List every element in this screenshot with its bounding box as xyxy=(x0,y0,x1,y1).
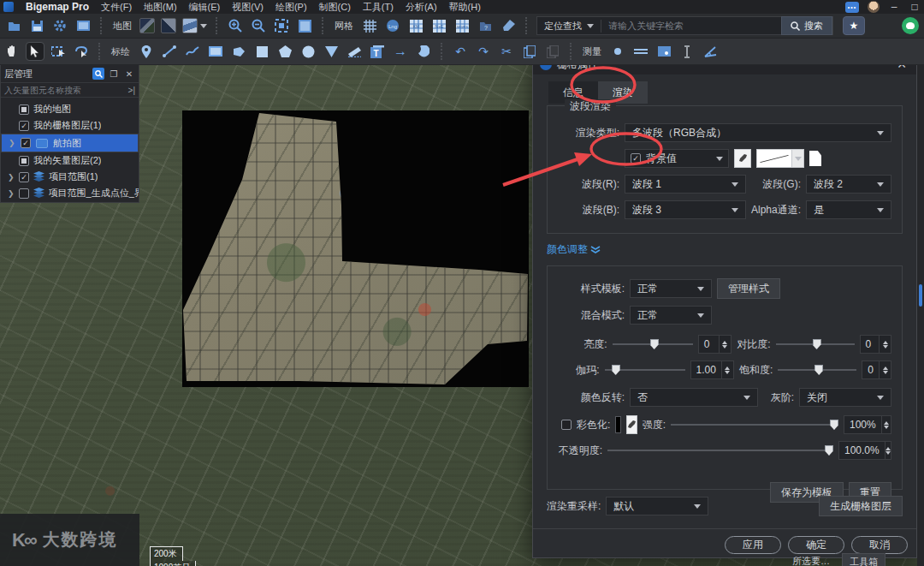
image-frame-icon[interactable] xyxy=(74,17,92,34)
rect-select-icon[interactable] xyxy=(50,43,67,60)
tree-item-project-scope[interactable]: ❯ ✓ 项目范围(1) xyxy=(1,169,139,185)
draw-triangle-icon[interactable] xyxy=(323,43,340,60)
checkbox-checked[interactable]: ✓ xyxy=(19,172,29,182)
right-dock-strip[interactable] xyxy=(917,65,924,566)
panel-float-icon[interactable]: ❐ xyxy=(108,68,120,80)
colorize-checkbox[interactable] xyxy=(561,420,572,430)
contrast-spinner[interactable]: 0 xyxy=(860,335,891,354)
checkbox-checked[interactable]: ✓ xyxy=(19,121,29,131)
chat-icon[interactable]: ••• xyxy=(845,2,859,13)
copy-icon[interactable] xyxy=(521,43,538,60)
expand-arrow-icon[interactable]: ❯ xyxy=(8,189,15,198)
measure-area-icon[interactable] xyxy=(655,43,672,60)
checkbox-checked[interactable]: ✓ xyxy=(21,138,31,148)
menu-map[interactable]: 地图(M) xyxy=(144,1,177,14)
gamma-spinner[interactable]: 1.00 xyxy=(690,360,734,379)
toolbox-tab[interactable]: 工具箱 xyxy=(842,553,886,566)
grayscale-select[interactable]: 关闭 xyxy=(799,388,891,407)
background-value-combo[interactable]: ✓ 背景值 xyxy=(625,149,729,168)
tree-item-vector-group[interactable]: 我的矢量图层(2) xyxy=(1,152,139,169)
save-icon[interactable] xyxy=(28,17,45,34)
menu-edit[interactable]: 编辑(E) xyxy=(189,1,221,14)
tree-item-my-map[interactable]: 我的地图 xyxy=(1,101,139,117)
menu-cartography[interactable]: 制图(C) xyxy=(319,1,351,14)
expand-arrow-icon[interactable]: ❯ xyxy=(9,139,15,147)
band-g-select[interactable]: 波段 2 xyxy=(806,175,891,194)
draw-crescent-icon[interactable] xyxy=(415,43,432,60)
draw-text-icon[interactable]: T xyxy=(369,43,386,60)
basemap-hybrid-button[interactable] xyxy=(161,18,176,33)
new-page-icon[interactable] xyxy=(809,151,821,166)
style-template-select[interactable]: 正常 xyxy=(630,279,712,298)
band-r-select[interactable]: 波段 1 xyxy=(625,175,746,194)
open-project-icon[interactable] xyxy=(5,17,22,34)
draw-arrow-icon[interactable]: → xyxy=(392,43,409,60)
brightness-slider[interactable] xyxy=(613,339,693,349)
contrast-slider[interactable] xyxy=(776,339,855,349)
ok-button[interactable]: 确定 xyxy=(788,536,844,554)
grid-help-folder-icon[interactable]: ? xyxy=(477,17,494,34)
render-type-select[interactable]: 多波段（RGB合成） xyxy=(625,123,891,142)
draw-circle-icon[interactable] xyxy=(299,43,317,60)
keyword-search-input[interactable] xyxy=(601,17,781,34)
expand-arrow-icon[interactable]: ❯ xyxy=(8,173,15,182)
measure-height-icon[interactable] xyxy=(678,43,696,60)
menu-analysis[interactable]: 分析(A) xyxy=(406,1,437,14)
opacity-slider[interactable] xyxy=(607,445,833,456)
lasso-select-icon[interactable] xyxy=(73,43,90,60)
tree-item-project-scope-points[interactable]: ❯ 项目范围_生成点位_界址… xyxy=(1,185,139,201)
paste-icon[interactable] xyxy=(544,43,561,60)
intensity-slider[interactable] xyxy=(671,420,838,430)
menu-view[interactable]: 视图(V) xyxy=(232,1,264,14)
favorite-button[interactable]: ★ xyxy=(843,16,865,35)
draw-pentagon-icon[interactable] xyxy=(276,43,293,60)
measure-distance-icon[interactable] xyxy=(632,43,649,60)
mgrs-grid-icon[interactable]: MGRS xyxy=(453,17,471,34)
menu-tools[interactable]: 工具(T) xyxy=(363,1,394,14)
draw-rectangle-icon[interactable] xyxy=(207,43,224,60)
layer-search-icon[interactable] xyxy=(92,68,104,80)
eyedropper-button[interactable] xyxy=(734,149,751,168)
intensity-spinner[interactable]: 100% xyxy=(844,415,891,434)
wechat-icon[interactable] xyxy=(902,17,919,34)
clear-brush-icon[interactable] xyxy=(500,17,517,34)
draw-point-icon[interactable] xyxy=(138,43,155,60)
tree-item-raster-group[interactable]: ✓ 我的栅格图层(1) xyxy=(1,117,139,134)
scrollbar-thumb[interactable] xyxy=(919,284,922,307)
resample-select[interactable]: 默认 xyxy=(606,497,708,515)
cut-scissors-icon[interactable]: ✂ xyxy=(498,43,515,60)
maximize-button[interactable]: □ xyxy=(909,1,921,13)
menu-draw[interactable]: 绘图(P) xyxy=(275,1,307,14)
locate-mode-select[interactable]: 定位查找 xyxy=(537,20,601,33)
undo-icon[interactable]: ↶ xyxy=(452,43,469,60)
draw-curve-icon[interactable] xyxy=(184,43,201,60)
zoom-rect-icon[interactable] xyxy=(296,17,313,34)
grid-icon[interactable] xyxy=(361,17,378,34)
draw-line-icon[interactable] xyxy=(161,43,178,60)
redo-icon[interactable]: ↷ xyxy=(475,43,492,60)
km-grid-icon[interactable]: KM xyxy=(407,17,424,34)
basemap-dropdown-icon[interactable] xyxy=(200,24,207,28)
layer-filter-input[interactable] xyxy=(4,86,128,95)
color-adjust-link[interactable]: 颜色调整 xyxy=(547,242,916,257)
zoom-out-icon[interactable] xyxy=(250,17,267,34)
checkbox-unchecked[interactable] xyxy=(19,188,29,199)
invert-select[interactable]: 否 xyxy=(630,388,758,407)
checkbox-partial[interactable] xyxy=(19,156,29,166)
measure-angle-icon[interactable] xyxy=(702,43,719,60)
gamma-slider[interactable] xyxy=(605,365,685,375)
brightness-spinner[interactable]: 0 xyxy=(698,335,732,354)
minimize-button[interactable]: – xyxy=(888,1,900,13)
band-b-select[interactable]: 波段 3 xyxy=(625,200,746,219)
ne-grid-icon[interactable]: N+E xyxy=(430,17,447,34)
manage-styles-button[interactable]: 管理样式 xyxy=(717,278,780,299)
saturation-spinner[interactable]: 0 xyxy=(862,360,891,379)
zoom-extent-icon[interactable] xyxy=(273,17,290,34)
alpha-channel-select[interactable]: 是 xyxy=(806,200,891,219)
opacity-spinner[interactable]: 100.0% xyxy=(838,441,891,460)
lnglat-grid-icon[interactable]: Lng xyxy=(384,17,401,34)
panel-close-icon[interactable]: ✕ xyxy=(123,68,135,80)
draw-ruler-icon[interactable] xyxy=(346,43,363,60)
colorize-eyedropper[interactable] xyxy=(626,415,637,434)
measure-point-icon[interactable] xyxy=(609,43,626,60)
